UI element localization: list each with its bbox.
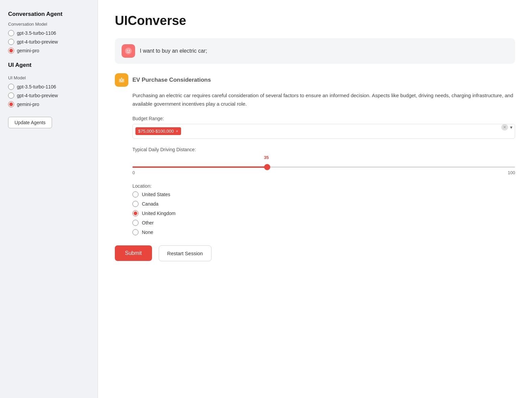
svg-rect-5 — [122, 80, 123, 81]
location-radio-none[interactable] — [132, 229, 138, 235]
main-content: UIConverse I want to buy an electric car… — [98, 0, 532, 398]
agent-response-title: EV Purchase Considerations — [132, 77, 211, 83]
agent-description: Purchasing an electric car requires care… — [115, 91, 515, 108]
user-message-text: I want to buy an electric car; — [140, 48, 207, 54]
driving-distance-slider[interactable] — [132, 166, 515, 168]
multiselect-icons: ✕ ▾ — [501, 124, 512, 131]
driving-distance-field: Typical Daily Driving Distance: 35 0 100 — [132, 147, 515, 175]
conversation-model-label-2: gpt-4-turbo-preview — [17, 39, 58, 45]
location-radio-canada[interactable] — [132, 201, 138, 207]
svg-point-2 — [129, 50, 130, 51]
location-radio-group: United States Canada United Kingdom Othe… — [132, 191, 515, 235]
slider-max-label: 100 — [508, 170, 515, 175]
update-agents-button[interactable]: Update Agents — [8, 117, 52, 128]
ui-model-radio-3[interactable] — [8, 101, 14, 107]
conversation-model-option-2[interactable]: gpt-4-turbo-preview — [8, 39, 90, 45]
location-option-other[interactable]: Other — [132, 220, 515, 226]
agent-message: EV Purchase Considerations Purchasing an… — [115, 73, 515, 235]
slider-minmax: 0 100 — [132, 170, 515, 175]
user-avatar-icon — [124, 47, 132, 55]
slider-value-display: 35 — [264, 155, 269, 160]
conversation-model-radio-1[interactable] — [8, 30, 14, 36]
page-title: UIConverse — [115, 14, 515, 28]
location-field: Location: United States Canada United Ki… — [132, 183, 515, 235]
conversation-model-option-3[interactable]: gemini-pro — [8, 48, 90, 54]
ui-model-radio-2[interactable] — [8, 92, 14, 99]
budget-range-select[interactable]: $75,000-$100,000 × — [132, 124, 515, 139]
multiselect-dropdown-icon[interactable]: ▾ — [510, 125, 512, 130]
location-label-none: None — [142, 230, 153, 235]
ui-model-option-1[interactable]: gpt-3.5-turbo-1106 — [8, 84, 90, 90]
ui-model-label-1: gpt-3.5-turbo-1106 — [17, 84, 56, 89]
location-radio-other[interactable] — [132, 220, 138, 226]
location-label-canada: Canada — [142, 201, 158, 207]
ui-model-radio-1[interactable] — [8, 84, 14, 90]
ui-model-option-3[interactable]: gemini-pro — [8, 101, 90, 107]
svg-point-0 — [125, 48, 132, 54]
conversation-model-label-1: gpt-3.5-turbo-1106 — [17, 30, 56, 36]
location-option-united-states[interactable]: United States — [132, 191, 515, 197]
agent-avatar — [115, 73, 128, 87]
conversation-agent-title: Conversation Agent — [8, 11, 90, 18]
conversation-model-group: gpt-3.5-turbo-1106 gpt-4-turbo-preview g… — [8, 30, 90, 54]
conversation-model-option-1[interactable]: gpt-3.5-turbo-1106 — [8, 30, 90, 36]
svg-rect-4 — [120, 80, 121, 81]
location-radio-united-states[interactable] — [132, 191, 138, 197]
budget-tag-remove[interactable]: × — [176, 129, 178, 134]
ui-model-label: UI Model — [8, 75, 90, 80]
agent-avatar-icon — [118, 76, 126, 84]
location-option-united-kingdom[interactable]: United Kingdom — [132, 210, 515, 216]
user-message-bubble: I want to buy an electric car; — [115, 38, 515, 64]
budget-range-field: Budget Range: $75,000-$100,000 × ✕ ▾ — [132, 116, 515, 139]
ui-model-label-3: gemini-pro — [17, 102, 39, 107]
conversation-model-radio-3[interactable] — [8, 48, 14, 54]
location-label-united-kingdom: United Kingdom — [142, 211, 176, 216]
driving-distance-label: Typical Daily Driving Distance: — [132, 147, 515, 152]
location-option-none[interactable]: None — [132, 229, 515, 235]
conversation-model-label-3: gemini-pro — [17, 48, 39, 53]
conversation-model-radio-2[interactable] — [8, 39, 14, 45]
agent-header: EV Purchase Considerations — [115, 73, 515, 87]
restart-session-button[interactable]: Restart Session — [159, 245, 211, 261]
user-avatar — [122, 44, 135, 58]
location-label: Location: — [132, 183, 515, 189]
submit-button[interactable]: Submit — [115, 245, 152, 261]
budget-range-label: Budget Range: — [132, 116, 515, 121]
sidebar: Conversation Agent Conversation Model gp… — [0, 0, 98, 398]
ui-model-label-2: gpt-4-turbo-preview — [17, 93, 58, 98]
location-label-united-states: United States — [142, 192, 170, 197]
form-area: Budget Range: $75,000-$100,000 × ✕ ▾ Typ… — [115, 116, 515, 235]
ui-model-option-2[interactable]: gpt-4-turbo-preview — [8, 92, 90, 99]
location-radio-united-kingdom[interactable] — [132, 210, 138, 216]
slider-container: 35 — [132, 155, 515, 169]
budget-tag-text: $75,000-$100,000 — [138, 129, 174, 134]
budget-tag: $75,000-$100,000 × — [135, 127, 181, 135]
ui-agent-title: UI Agent — [8, 62, 90, 69]
ui-model-group: gpt-3.5-turbo-1106 gpt-4-turbo-preview g… — [8, 84, 90, 107]
location-option-canada[interactable]: Canada — [132, 201, 515, 207]
conversation-model-label: Conversation Model — [8, 22, 90, 27]
action-bar: Submit Restart Session — [115, 245, 515, 261]
svg-point-1 — [127, 50, 128, 51]
multiselect-clear-icon[interactable]: ✕ — [501, 124, 508, 131]
slider-min-label: 0 — [132, 170, 135, 175]
location-label-other: Other — [142, 220, 154, 225]
